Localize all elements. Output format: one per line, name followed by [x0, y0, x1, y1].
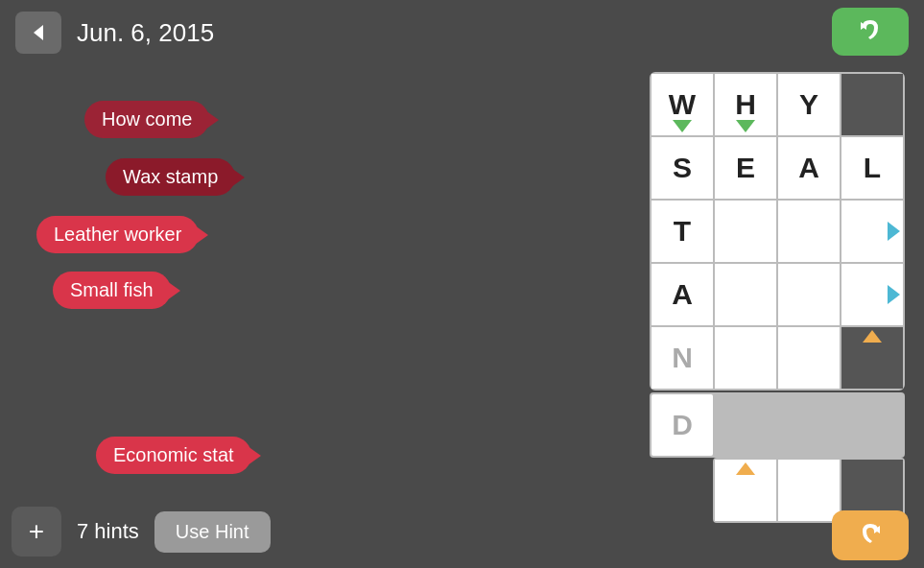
cell-r3c1[interactable]: T	[652, 201, 713, 262]
back-button[interactable]	[15, 12, 61, 54]
clue-wax-stamp[interactable]: Wax stamp	[106, 158, 235, 196]
cell-r1c1[interactable]: W	[652, 74, 713, 135]
use-hint-button[interactable]: Use Hint	[154, 511, 271, 553]
clue-small-fish[interactable]: Small fish	[53, 272, 171, 309]
bottom-bar: + 7 hints Use Hint	[12, 507, 912, 556]
hints-count: 7 hints	[77, 519, 139, 544]
back-icon	[29, 23, 48, 42]
svg-marker-0	[34, 25, 43, 40]
cell-r2c1[interactable]: S	[652, 137, 713, 199]
cell-r5c3[interactable]	[778, 327, 840, 389]
clue-how-come[interactable]: How come	[84, 101, 209, 138]
cell-r1c2[interactable]: H	[715, 74, 776, 135]
undo-bottom-icon	[855, 520, 886, 551]
cell-r5c4	[841, 327, 903, 389]
cell-r3c4[interactable]	[841, 201, 903, 262]
add-button[interactable]: +	[12, 507, 61, 556]
undo-top-icon	[855, 16, 886, 47]
cell-r6c1[interactable]: D	[652, 394, 713, 456]
cell-r2c4[interactable]: L	[841, 137, 903, 199]
cell-r1c4	[841, 74, 903, 135]
header: Jun. 6, 2015	[0, 0, 924, 65]
cell-r3c2[interactable]	[715, 201, 776, 262]
undo-top-button[interactable]	[832, 8, 909, 56]
cell-r2c2[interactable]: E	[715, 137, 776, 199]
cell-r5c1[interactable]: N	[652, 327, 713, 389]
cell-r2c3[interactable]: A	[778, 137, 840, 199]
cell-r4c1[interactable]: A	[652, 264, 713, 325]
undo-bottom-button[interactable]	[832, 510, 909, 560]
clue-leather-worker[interactable]: Leather worker	[36, 216, 199, 253]
cell-r4c4[interactable]	[841, 264, 903, 325]
crossword-grid: W H Y S E A L T A N D	[650, 72, 905, 458]
date-label: Jun. 6, 2015	[77, 18, 214, 48]
cell-r4c3[interactable]	[778, 264, 840, 325]
cell-r5c2[interactable]	[715, 327, 776, 389]
clue-economic-stat[interactable]: Economic stat	[96, 437, 251, 474]
letter-grid: W H Y S E A L T A N	[650, 72, 905, 390]
cell-r3c3[interactable]	[778, 201, 840, 262]
cell-r4c2[interactable]	[715, 264, 776, 325]
cell-r1c3[interactable]: Y	[778, 74, 840, 135]
